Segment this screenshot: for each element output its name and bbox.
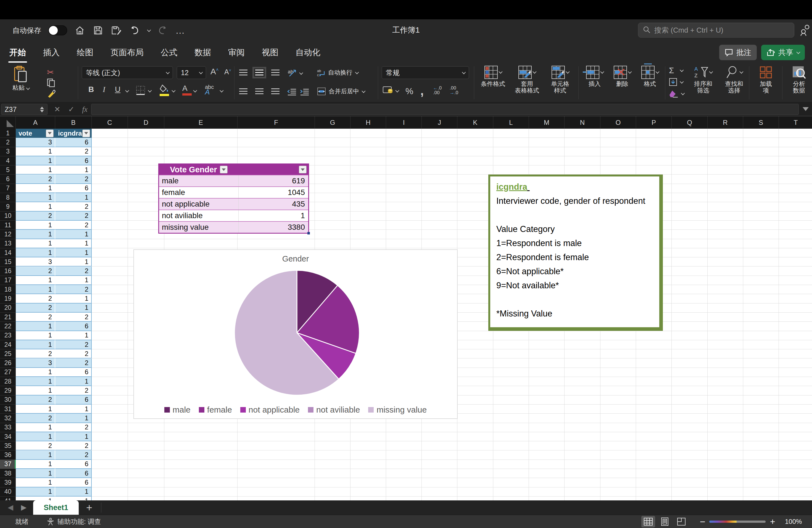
cell-vote[interactable]: 1 — [16, 147, 55, 156]
cell-icgndra[interactable]: 2 — [55, 359, 92, 368]
row-header-30[interactable]: 30 — [0, 395, 16, 405]
row-headers[interactable]: 1234567891011121314151617181920212223242… — [0, 129, 16, 500]
cell-icgndra[interactable]: 6 — [55, 478, 92, 487]
cell-icgndra[interactable]: 1 — [55, 432, 92, 441]
decrease-font-icon[interactable]: A˅ — [224, 68, 231, 76]
pivot-row[interactable]: not aviliable1 — [159, 210, 308, 221]
filter-icon[interactable] — [82, 130, 90, 137]
column-header-K[interactable]: K — [458, 116, 493, 129]
pivot-table[interactable]: Vote Gender male619female1045not applica… — [158, 163, 309, 234]
fill-dropdown[interactable] — [680, 80, 684, 84]
formula-input[interactable] — [91, 104, 799, 115]
cell-vote[interactable]: 1 — [16, 285, 55, 294]
cell-icgndra[interactable]: 6 — [55, 138, 92, 147]
table-header-vote[interactable]: vote — [16, 129, 55, 138]
format-as-table-button[interactable]: 套用 表格格式 — [510, 63, 543, 94]
row-header-19[interactable]: 19 — [0, 294, 16, 303]
merge-center-button[interactable]: 合并后居中 — [317, 87, 365, 96]
increase-indent-icon[interactable] — [300, 88, 309, 97]
row-header-18[interactable]: 18 — [0, 285, 16, 294]
autosave-toggle[interactable] — [48, 25, 67, 35]
ribbon-tab-自动化[interactable]: 自动化 — [294, 47, 321, 58]
ribbon-tab-开始[interactable]: 开始 — [8, 47, 27, 58]
row-header-27[interactable]: 27 — [0, 368, 16, 377]
row-header-13[interactable]: 13 — [0, 239, 16, 248]
cell-icgndra[interactable]: 1 — [55, 193, 92, 202]
insert-cells-button[interactable]: 插入 — [582, 63, 607, 87]
delete-cells-button[interactable]: 删除 — [610, 63, 635, 87]
row-header-40[interactable]: 40 — [0, 487, 16, 497]
cell-icgndra[interactable]: 2 — [55, 202, 92, 211]
row-header-6[interactable]: 6 — [0, 175, 16, 184]
fill-color-icon[interactable] — [160, 85, 169, 96]
cell-icgndra[interactable]: 1 — [55, 230, 92, 239]
column-header-T[interactable]: T — [779, 116, 812, 129]
row-header-36[interactable]: 36 — [0, 451, 16, 460]
cell-vote[interactable]: 1 — [16, 202, 55, 211]
row-header-7[interactable]: 7 — [0, 184, 16, 193]
underline-dropdown[interactable] — [125, 89, 129, 92]
analyze-data-button[interactable]: 分析 数据 — [786, 63, 812, 94]
cell-vote[interactable]: 1 — [16, 497, 55, 500]
cell-icgndra[interactable]: 1 — [55, 239, 92, 248]
column-header-A[interactable]: A — [16, 116, 55, 129]
cell-icgndra[interactable]: 2 — [55, 221, 92, 230]
row-header-35[interactable]: 35 — [0, 441, 16, 450]
row-header-23[interactable]: 23 — [0, 331, 16, 340]
column-header-C[interactable]: C — [92, 116, 128, 129]
normal-view-icon[interactable] — [641, 516, 655, 527]
ribbon-tab-插入[interactable]: 插入 — [42, 47, 61, 58]
row-header-22[interactable]: 22 — [0, 322, 16, 331]
cell-icgndra[interactable]: 1 — [55, 331, 92, 340]
comma-icon[interactable]: , — [420, 84, 424, 98]
cell-icgndra[interactable]: 6 — [55, 469, 92, 478]
cell-icgndra[interactable]: 2 — [55, 147, 92, 156]
row-header-38[interactable]: 38 — [0, 469, 16, 478]
clear-icon[interactable] — [669, 90, 678, 99]
page-layout-view-icon[interactable] — [658, 516, 672, 527]
row-header-25[interactable]: 25 — [0, 349, 16, 358]
ribbon-tab-绘图[interactable]: 绘图 — [76, 47, 95, 58]
row-header-21[interactable]: 21 — [0, 312, 16, 322]
font-color-icon[interactable]: A — [182, 84, 192, 96]
cell-vote[interactable]: 1 — [16, 221, 55, 230]
cell-icgndra[interactable]: 6 — [55, 184, 92, 193]
cell-icgndra[interactable]: 1 — [55, 276, 92, 285]
row-header-33[interactable]: 33 — [0, 423, 16, 432]
column-header-L[interactable]: L — [493, 116, 529, 129]
cell-icgndra[interactable]: 1 — [55, 414, 92, 423]
cell-vote[interactable]: 1 — [16, 184, 55, 193]
cell-icgndra[interactable]: 1 — [55, 304, 92, 312]
cell-icgndra[interactable]: 2 — [55, 423, 92, 432]
cell-vote[interactable]: 2 — [16, 175, 55, 184]
cell-vote[interactable]: 1 — [16, 193, 55, 202]
row-header-15[interactable]: 15 — [0, 258, 16, 266]
pivot-row[interactable]: male619 — [159, 175, 308, 186]
paste-button[interactable]: 粘贴 — [5, 63, 36, 91]
row-header-5[interactable]: 5 — [0, 165, 16, 175]
column-header-R[interactable]: R — [708, 116, 743, 129]
column-header-D[interactable]: D — [128, 116, 164, 129]
cell-vote[interactable]: 1 — [16, 423, 55, 432]
column-header-O[interactable]: O — [600, 116, 636, 129]
column-header-M[interactable]: M — [529, 116, 565, 129]
pivot-row[interactable]: missing value3380 — [159, 221, 308, 233]
row-header-34[interactable]: 34 — [0, 432, 16, 441]
cell-vote[interactable]: 1 — [16, 340, 55, 349]
insert-function-icon[interactable]: fx — [82, 105, 88, 114]
cell-vote[interactable]: 2 — [16, 349, 55, 358]
column-header-G[interactable]: G — [315, 116, 350, 129]
column-header-P[interactable]: P — [636, 116, 672, 129]
zoom-out-icon[interactable]: − — [700, 515, 706, 528]
row-header-37[interactable]: 37 — [0, 460, 16, 469]
row-header-16[interactable]: 16 — [0, 267, 16, 276]
orientation-dropdown[interactable] — [299, 71, 303, 75]
autosum-icon[interactable]: Σ — [669, 66, 674, 75]
row-header-17[interactable]: 17 — [0, 276, 16, 285]
row-header-10[interactable]: 10 — [0, 211, 16, 221]
accessibility-status[interactable]: 辅助功能: 调查 — [46, 515, 101, 528]
decrease-decimal-icon[interactable]: .00→.0 — [450, 86, 458, 95]
zoom-in-icon[interactable]: + — [770, 515, 775, 528]
row-header-3[interactable]: 3 — [0, 147, 16, 156]
pivot-row[interactable]: not applicable435 — [159, 198, 308, 210]
